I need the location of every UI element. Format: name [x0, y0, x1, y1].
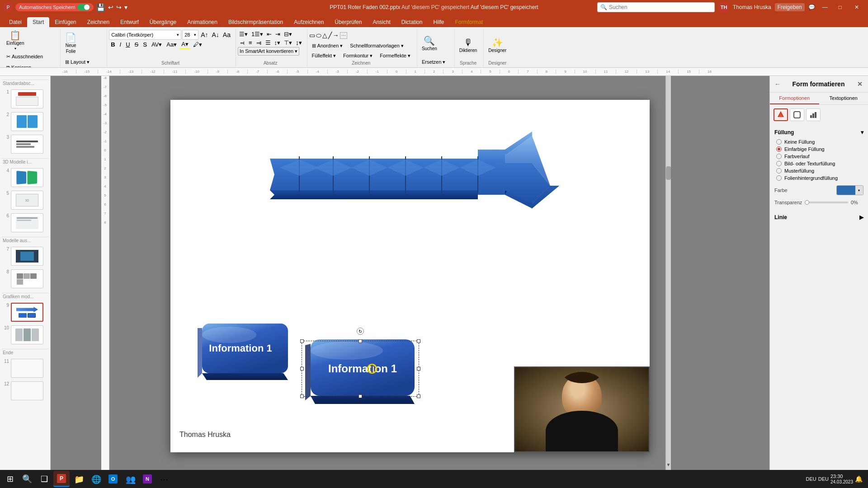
text-color-btn[interactable]: A▾: [179, 40, 190, 49]
tab-hilfe[interactable]: Hilfe: [428, 17, 449, 27]
minimize-btn[interactable]: —: [819, 3, 831, 11]
tab-entwurf[interactable]: Entwurf: [115, 17, 144, 27]
transparency-knob[interactable]: [805, 200, 809, 205]
arrow-shape[interactable]: [261, 127, 559, 231]
save-icon[interactable]: 💾: [96, 3, 105, 12]
neue-folie-btn[interactable]: 📄 Neue Folie: [62, 30, 79, 57]
indent-more-btn[interactable]: ⇥: [274, 30, 282, 38]
fill-solid[interactable]: Einfarbige Füllung: [776, 146, 863, 152]
font-size-dropdown[interactable]: 28 ▾: [182, 30, 198, 40]
cols-btn[interactable]: ⊟▾: [283, 30, 293, 38]
slide-5[interactable]: 5 3D: [2, 190, 48, 211]
tab-zeichnen[interactable]: Zeichnen: [82, 17, 115, 27]
decrease-font-btn[interactable]: A↓: [210, 30, 220, 39]
slide-2-thumb[interactable]: [11, 112, 43, 131]
bold-btn[interactable]: B: [109, 40, 117, 49]
maximize-btn[interactable]: □: [835, 3, 845, 11]
tab-formoptionen[interactable]: Formoptionen: [770, 93, 819, 104]
fill-background-radio[interactable]: [776, 175, 782, 181]
panel-close-icon[interactable]: ✕: [856, 80, 863, 89]
slide-6-thumb[interactable]: [11, 213, 43, 232]
fill-solid-radio[interactable]: [776, 146, 782, 152]
taskbar-teams[interactable]: 👥: [122, 471, 138, 487]
info-btn-1-container[interactable]: Information 1: [189, 314, 297, 382]
canvas-area[interactable]: -8 -7 -6 -5 -4 -3 -2 -1 0 1 2 3 4 5 6 7 …: [51, 76, 769, 476]
formkontur-btn[interactable]: Formkontur ▾: [340, 51, 375, 61]
canvas-scrollbar[interactable]: ▼: [665, 76, 671, 476]
slide-1[interactable]: 1: [2, 89, 48, 109]
tab-animationen[interactable]: Animationen: [182, 17, 223, 27]
fill-none[interactable]: Keine Füllung: [776, 139, 863, 145]
tab-bildschirm[interactable]: Bildschirmpräsentation: [223, 17, 288, 27]
tray-notification[interactable]: 🔔: [855, 475, 863, 483]
slide-11-thumb[interactable]: [11, 359, 43, 378]
tab-dictation[interactable]: Dictation: [396, 17, 428, 27]
autosave-switch[interactable]: [77, 4, 90, 10]
slide-12-thumb[interactable]: [11, 381, 43, 400]
slide-8[interactable]: 8: [2, 268, 48, 289]
line-spacing-btn[interactable]: ↨▾: [294, 38, 303, 47]
vertical-align-btn[interactable]: ⊤▾: [283, 38, 293, 47]
underline-btn[interactable]: U: [124, 40, 132, 49]
fuelleffekt-btn[interactable]: Fülleffekt ▾: [309, 51, 339, 61]
tray-keyboard[interactable]: DEU: [818, 476, 829, 482]
slide-6[interactable]: 6: [2, 212, 48, 233]
strikethrough-btn[interactable]: S: [133, 40, 141, 49]
undo-icon[interactable]: ↩: [108, 4, 113, 11]
increase-font-btn[interactable]: A↑: [199, 30, 209, 39]
tab-aufzeichnen[interactable]: Aufzeichnen: [288, 17, 329, 27]
tab-ueberpruefen[interactable]: Überprüfen: [329, 17, 367, 27]
tab-start[interactable]: Start: [27, 17, 49, 27]
slide-3[interactable]: 3: [2, 134, 48, 155]
taskbar-powerpoint[interactable]: P: [53, 471, 70, 487]
more-options-icon[interactable]: ▾: [124, 4, 127, 11]
layout-btn[interactable]: ⊞ Layout ▾: [62, 57, 103, 67]
suchen-btn[interactable]: 🔍 Suchen: [419, 30, 440, 57]
slide-9-thumb[interactable]: [11, 303, 43, 322]
align-right-btn[interactable]: ⫥: [255, 38, 263, 47]
transparency-slider[interactable]: [805, 202, 848, 203]
align-center-btn[interactable]: ≡: [247, 38, 254, 47]
scroll-thumb[interactable]: [666, 166, 671, 180]
shape-triangle[interactable]: △: [322, 32, 327, 39]
taskbar-outlook[interactable]: O: [105, 471, 121, 487]
slide-7-thumb[interactable]: [11, 247, 43, 266]
slide-1-thumb[interactable]: [11, 89, 43, 108]
color-dropdown-arrow[interactable]: ▾: [855, 186, 863, 195]
shape-line[interactable]: ╱: [328, 32, 332, 39]
shape-arrow[interactable]: →: [333, 32, 339, 39]
autosave-toggle[interactable]: Automatisches Speichern: [15, 3, 94, 11]
tab-uebergaenge[interactable]: Übergänge: [144, 17, 182, 27]
highlight-btn[interactable]: 🖊▾: [191, 40, 204, 49]
shape-circle[interactable]: ⬭: [316, 32, 321, 39]
font-name-dropdown[interactable]: Calibri (Textkörper) ▾: [109, 30, 181, 40]
smartart-btn[interactable]: In SmartArt konvertieren ▾: [238, 47, 299, 56]
shape-rect[interactable]: ▭: [309, 32, 315, 39]
slide-10[interactable]: 10: [2, 324, 48, 345]
slide-4[interactable]: 4: [2, 167, 48, 188]
text-direction-btn[interactable]: ↕▾: [273, 38, 282, 47]
align-left-btn[interactable]: ⫤: [238, 38, 246, 47]
fill-section-header[interactable]: Füllung ▾: [774, 127, 863, 137]
slide-7[interactable]: 7: [2, 246, 48, 267]
bullets-btn[interactable]: ☰▾: [238, 30, 249, 38]
search-taskbar-btn[interactable]: 🔍: [19, 471, 35, 487]
shape-icon-btn[interactable]: [790, 108, 804, 121]
designer-btn[interactable]: ✨ Designer: [486, 32, 509, 59]
slide-11[interactable]: 11: [2, 358, 48, 379]
einfuegen-btn[interactable]: 📋 Einfügen ▾: [4, 30, 27, 52]
diktieren-btn[interactable]: 🎙 Diktieren: [457, 32, 480, 59]
char-spacing-btn[interactable]: AV▾: [150, 40, 164, 49]
tab-ansicht[interactable]: Ansicht: [367, 17, 396, 27]
scroll-down-arrow[interactable]: ▼: [666, 462, 671, 467]
tab-formformat[interactable]: Formformat: [449, 17, 488, 27]
taskbar-explorer[interactable]: 📁: [71, 471, 87, 487]
align-justify-btn[interactable]: ☰: [264, 38, 272, 47]
comments-icon[interactable]: 💬: [808, 4, 815, 10]
fill-picture[interactable]: Bild- oder Texturfüllung: [776, 161, 863, 166]
slide-12[interactable]: 12: [2, 380, 48, 401]
search-input[interactable]: [609, 4, 712, 10]
search-bar[interactable]: 🔍: [597, 2, 715, 12]
slide-3-thumb[interactable]: [11, 135, 43, 154]
user-avatar[interactable]: TH: [718, 2, 729, 13]
